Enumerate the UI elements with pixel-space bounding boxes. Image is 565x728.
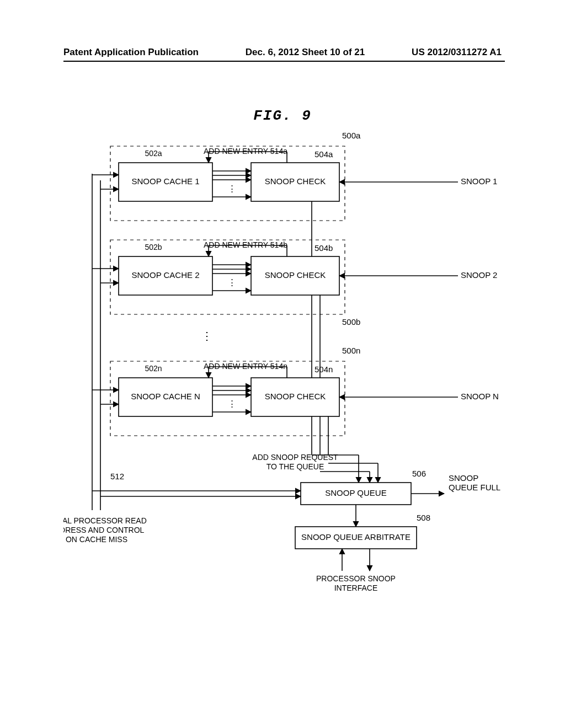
- add-snoop-req-1: ADD SNOOP REQUEST: [252, 453, 338, 462]
- ref-502b: 502b: [145, 243, 162, 251]
- ref-504b: 504b: [315, 243, 333, 253]
- ref-504a: 504a: [315, 149, 333, 159]
- snoop-cache-1: SNOOP CACHE 1: [131, 176, 199, 186]
- snoop-cache-2: SNOOP CACHE 2: [131, 270, 199, 280]
- snoop-1-label: SNOOP 1: [461, 176, 497, 186]
- snoop-check-b: SNOOP CHECK: [265, 270, 326, 280]
- snoop-2-label: SNOOP 2: [461, 270, 497, 280]
- ref-504n: 504n: [315, 365, 333, 374]
- header-center: Dec. 6, 2012 Sheet 10 of 21: [246, 47, 365, 58]
- svg-text:⋮: ⋮: [228, 277, 236, 287]
- ref-500n: 500n: [342, 346, 360, 355]
- interface-2: INTERFACE: [334, 584, 378, 592]
- add-entry-b: ADD NEW ENTRY 514b: [204, 240, 287, 249]
- interface-1: PROCESSOR SNOOP: [316, 574, 396, 583]
- ref-502a: 502a: [145, 149, 162, 158]
- local-read-3: ON CACHE MISS: [66, 535, 127, 544]
- add-entry-n: ADD NEW ENTRY 514n: [204, 362, 287, 371]
- ref-506: 506: [412, 469, 426, 478]
- ref-500b: 500b: [342, 317, 360, 326]
- figure-title: FIG. 9: [0, 108, 565, 124]
- snoop-n-label: SNOOP N: [461, 392, 499, 401]
- snoop-check-n: SNOOP CHECK: [265, 392, 326, 401]
- diagram: 500a SNOOP CACHE 1 502a SNOOP CHECK 504a…: [63, 130, 505, 631]
- snoop-queue: SNOOP QUEUE: [325, 488, 386, 497]
- svg-text:⋮: ⋮: [201, 330, 212, 342]
- ref-500a: 500a: [342, 131, 361, 140]
- snoop-cache-n: SNOOP CACHE N: [131, 392, 200, 401]
- snoop-arbitrate: SNOOP QUEUE ARBITRATE: [301, 532, 411, 542]
- queue-full-1: SNOOP: [449, 473, 478, 483]
- ref-502n: 502n: [145, 364, 162, 373]
- local-read-2: ADDRESS AND CONTROL: [63, 526, 145, 534]
- svg-text:⋮: ⋮: [228, 399, 236, 408]
- add-entry-a: ADD NEW ENTRY 514a: [204, 147, 287, 156]
- snoop-check-a: SNOOP CHECK: [265, 176, 326, 186]
- header-right: US 2012/0311272 A1: [412, 47, 502, 58]
- ref-508: 508: [417, 513, 430, 522]
- svg-text:⋮: ⋮: [228, 184, 236, 193]
- ref-512: 512: [110, 472, 124, 481]
- header-left: Patent Application Publication: [63, 47, 199, 58]
- add-snoop-req-2: TO THE QUEUE: [266, 462, 324, 471]
- queue-full-2: QUEUE FULL: [449, 483, 500, 492]
- local-read-1: LOCAL PROCESSOR READ: [63, 516, 147, 525]
